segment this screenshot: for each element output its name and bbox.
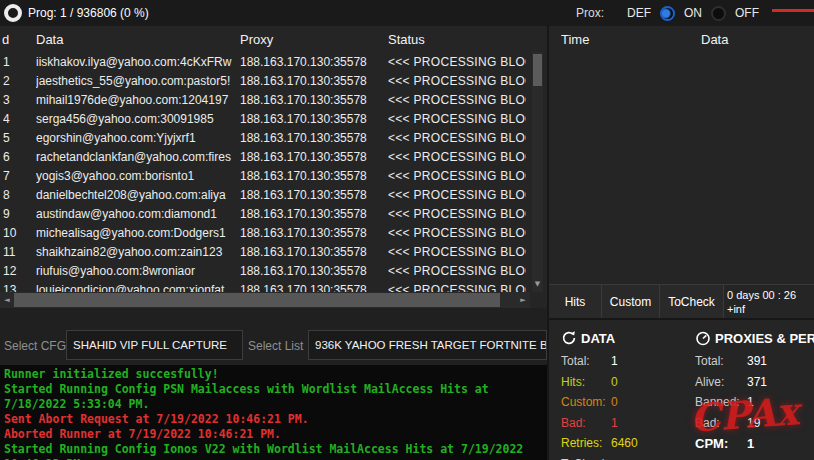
proxy-radio-off-icon[interactable] — [711, 6, 726, 21]
stat-row: Hits: 0 — [561, 372, 689, 393]
row-data: michealisag@yahoo.com:Dodgers1 — [36, 226, 238, 240]
table-row[interactable]: 10 michealisag@yahoo.com:Dodgers1 188.16… — [0, 223, 530, 242]
proxies-section-title: PROXIES & PER — [715, 331, 814, 346]
stat-value: 371 — [747, 375, 767, 389]
table-row[interactable]: 13 louiejcondicion@yahoo.com:xionfat 188… — [0, 280, 530, 292]
row-proxy: 188.163.170.130:35578 — [240, 74, 386, 88]
stat-label: Bad: — [695, 416, 747, 430]
row-data: austindaw@yahoo.com:diamond1 — [36, 207, 238, 221]
app-logo-icon — [4, 4, 22, 22]
hits-panel: Time Data Hits Custom ToCheck 0 days 00 … — [549, 26, 814, 318]
table-row[interactable]: 7 yogis3@yahoo.com:borisnto1 188.163.170… — [0, 166, 530, 185]
row-status: <<< PROCESSING BLOCK — [388, 112, 526, 126]
select-list-button[interactable]: Select List — [248, 339, 303, 353]
row-proxy: 188.163.170.130:35578 — [240, 131, 386, 145]
stat-row: Alive: 371 — [695, 372, 814, 393]
row-data: louiejcondicion@yahoo.com:xionfat — [36, 283, 238, 292]
tab-hits[interactable]: Hits — [549, 285, 602, 318]
stat-row: Bad: 1 — [561, 413, 689, 434]
stat-value: 391 — [747, 354, 767, 368]
row-data: iiskhakov.ilya@yahoo.com:4cKxFRw — [36, 55, 238, 69]
row-status: <<< PROCESSING BLOCK — [388, 226, 526, 240]
row-proxy: 188.163.170.130:35578 — [240, 264, 386, 278]
timer-remaining: +inf — [727, 302, 796, 316]
column-header-time[interactable]: Time — [561, 32, 589, 47]
row-status: <<< PROCESSING BLOCK — [388, 188, 526, 202]
table-row[interactable]: 6 rachetandclankfan@yahoo.com:fires 188.… — [0, 147, 530, 166]
select-cfg-button[interactable]: Select CFG — [4, 339, 66, 353]
log-line: Started Running Config Ionos V22 with Wo… — [4, 442, 543, 457]
stat-label: Banned: — [695, 395, 747, 409]
stat-row: CPM: 1 — [695, 433, 814, 454]
results-table-body: 1 iiskhakov.ilya@yahoo.com:4cKxFRw 188.1… — [0, 52, 530, 292]
column-header-id[interactable]: d — [2, 32, 9, 47]
table-row[interactable]: 4 serga456@yahoo.com:30091985 188.163.17… — [0, 109, 530, 128]
results-panel: d Data Proxy Status 1 iiskhakov.ilya@yah… — [0, 26, 547, 308]
row-data: jaesthetics_55@yahoo.com:pastor5! — [36, 74, 238, 88]
proxy-option-def[interactable]: DEF — [627, 6, 651, 20]
row-data: danielbechtel208@yahoo.com:aliya — [36, 188, 238, 202]
row-data: yogis3@yahoo.com:borisnto1 — [36, 169, 238, 183]
table-row[interactable]: 12 riufuis@yahoo.com:8wroniaor 188.163.1… — [0, 261, 530, 280]
stat-label: Retries: — [561, 436, 611, 450]
log-line: 7/18/2022 5:33:04 PM. — [4, 397, 543, 412]
column-header-hit-data[interactable]: Data — [701, 32, 728, 47]
vertical-scrollbar-thumb[interactable] — [533, 54, 542, 86]
row-status: <<< PROCESSING BLOCK — [388, 264, 526, 278]
top-bar: Prog: 1 / 936806 (0 %) Prox: DEF ON OFF — [0, 0, 814, 26]
row-proxy: 188.163.170.130:35578 — [240, 283, 386, 292]
stat-value: 6460 — [611, 436, 638, 450]
stat-label: Hits: — [561, 375, 611, 389]
row-id: 13 — [3, 283, 33, 292]
tab-tocheck[interactable]: ToCheck — [660, 285, 724, 318]
table-row[interactable]: 9 austindaw@yahoo.com:diamond1 188.163.1… — [0, 204, 530, 223]
row-data: serga456@yahoo.com:30091985 — [36, 112, 238, 126]
stat-value: 1 — [747, 395, 754, 409]
timer: 0 days 00 : 26 +inf — [727, 288, 796, 316]
stat-label: CPM: — [695, 436, 747, 451]
row-data: shaikhzain82@yahoo.com:zain123 — [36, 245, 238, 259]
vertical-scrollbar[interactable]: ▼ — [532, 52, 543, 292]
column-header-status[interactable]: Status — [388, 32, 425, 47]
row-id: 2 — [3, 74, 33, 88]
stat-label: Bad: — [561, 416, 611, 430]
row-id: 4 — [3, 112, 33, 126]
table-row[interactable]: 1 iiskhakov.ilya@yahoo.com:4cKxFRw 188.1… — [0, 52, 530, 71]
table-row[interactable]: 2 jaesthetics_55@yahoo.com:pastor5! 188.… — [0, 71, 530, 90]
proxy-option-on[interactable]: ON — [684, 6, 702, 20]
column-header-data[interactable]: Data — [36, 32, 63, 47]
stat-row: Total: 1 — [561, 351, 689, 372]
table-row[interactable]: 11 shaikhzain82@yahoo.com:zain123 188.16… — [0, 242, 530, 261]
table-row[interactable]: 5 egorshin@yahoo.com:Yjyjxrf1 188.163.17… — [0, 128, 530, 147]
stat-value: 1 — [747, 436, 754, 451]
proxy-option-off[interactable]: OFF — [735, 6, 759, 20]
stats-panel: DATA Total: 1 Hits: 0 Custom: 0 — [549, 320, 814, 460]
proxy-mode-group: Prox: DEF ON OFF — [576, 0, 768, 26]
row-id: 1 — [3, 55, 33, 69]
tab-custom[interactable]: Custom — [602, 285, 660, 318]
row-status: <<< PROCESSING BLOCK — [388, 169, 526, 183]
column-header-proxy[interactable]: Proxy — [240, 32, 273, 47]
proxy-radio-on-icon[interactable] — [660, 6, 675, 21]
log-line: Aborted Runner at 7/19/2022 10:46:21 PM. — [4, 427, 543, 442]
scroll-down-arrow-icon[interactable]: ▼ — [532, 277, 543, 292]
stat-label: Total: — [561, 354, 611, 368]
row-data: riufuis@yahoo.com:8wroniaor — [36, 264, 238, 278]
scroll-left-arrow-icon[interactable]: ◄ — [0, 292, 14, 308]
wordlist-name-value: 936K YAHOO FRESH TARGET FORTNITE BY LO — [315, 339, 547, 351]
horizontal-scrollbar-thumb[interactable] — [14, 293, 500, 307]
scroll-right-arrow-icon[interactable]: ► — [516, 292, 530, 308]
stat-value: 1 — [611, 354, 618, 368]
table-row[interactable]: 3 mihail1976de@yahoo.com:1204197 188.163… — [0, 90, 530, 109]
horizontal-scrollbar[interactable]: ◄ ► — [0, 292, 530, 308]
red-indicator — [772, 9, 814, 12]
row-id: 8 — [3, 188, 33, 202]
row-id: 11 — [3, 245, 33, 259]
row-id: 9 — [3, 207, 33, 221]
wordlist-name-field[interactable]: 936K YAHOO FRESH TARGET FORTNITE BY LO — [308, 330, 547, 360]
table-row[interactable]: 8 danielbechtel208@yahoo.com:aliya 188.1… — [0, 185, 530, 204]
config-name-field[interactable]: SHAHID VIP FULL CAPTURE — [66, 330, 243, 360]
config-name-value: SHAHID VIP FULL CAPTURE — [73, 339, 227, 351]
row-id: 3 — [3, 93, 33, 107]
gauge-icon — [695, 330, 711, 346]
